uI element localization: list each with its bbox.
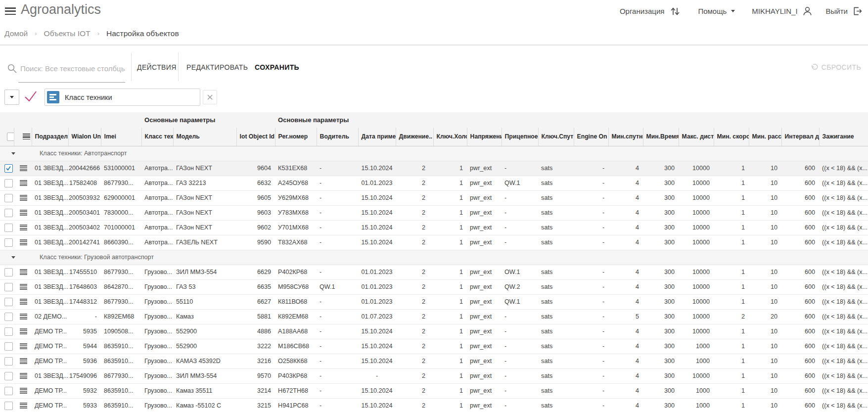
cell-zazhiganie[interactable]: ((x < 18) && (x... — [819, 279, 868, 294]
cell-wialon_unit[interactable]: 5936 — [68, 354, 101, 368]
filter-dropdown-button[interactable] — [4, 90, 19, 105]
cell-interval[interactable]: 600 — [781, 383, 819, 398]
row-select-cell[interactable] — [0, 383, 14, 398]
row-checkbox[interactable] — [4, 342, 13, 351]
cell-reg_nomer[interactable]: О258КК68 — [275, 354, 317, 368]
cell-klyuch_sputnik[interactable]: sats — [538, 235, 574, 250]
user-menu[interactable]: MIKHAYLIN_I — [752, 7, 797, 15]
cell-dvizhenie[interactable]: 2 — [396, 309, 433, 324]
cell-imei[interactable]: 7830000... — [101, 205, 141, 220]
cell-data_primeneniya[interactable]: 01.01.2023 — [358, 294, 396, 309]
cell-wialon_unit[interactable]: 200503402 — [68, 220, 101, 235]
cell-maks_distanciya[interactable]: 1000 — [679, 354, 714, 368]
cell-interval[interactable]: 600 — [781, 309, 819, 324]
cell-maks_distanciya[interactable]: 1000 — [679, 383, 714, 398]
row-select-cell[interactable] — [0, 339, 14, 354]
cell-klyuch_holostoy[interactable]: 1 — [433, 368, 467, 383]
column-header-data_primeneniya[interactable]: Дата примен — [358, 128, 396, 146]
cell-klyuch_sputnik[interactable]: sats — [538, 354, 574, 368]
cell-klyuch_holostoy[interactable]: 1 — [433, 235, 467, 250]
cell-podrazdelenie[interactable]: ДЕМО ТР... — [32, 339, 68, 354]
cell-engine_on[interactable]: - — [574, 368, 608, 383]
column-header-engine_on[interactable]: Engine On N — [574, 128, 608, 146]
edit-button[interactable]: РЕДАКТИРОВАТЬ — [186, 46, 248, 89]
cell-data_primeneniya[interactable]: 15.10.2024 — [358, 190, 396, 205]
cell-reg_nomer[interactable]: М186СВ68 — [275, 339, 317, 354]
cell-imei[interactable]: 8635910... — [101, 354, 141, 368]
cell-min_skorost[interactable]: 2 — [714, 309, 749, 324]
cell-min_sputniki[interactable]: 4 — [608, 354, 643, 368]
cell-engine_on[interactable]: - — [574, 176, 608, 190]
row-menu-cell[interactable] — [14, 398, 32, 412]
column-header-imei[interactable]: Imei — [101, 128, 141, 146]
cell-reg_nomer[interactable]: А188АА68 — [275, 324, 317, 339]
cell-min_vremya[interactable]: 300 — [643, 339, 679, 354]
cell-wialon_unit[interactable]: 5944 — [68, 339, 101, 354]
cell-imei[interactable]: 701000001 — [101, 220, 141, 235]
row-menu-cell[interactable] — [14, 339, 32, 354]
cell-maks_distanciya[interactable]: 10000 — [679, 205, 714, 220]
cell-maks_distanciya[interactable]: 10000 — [679, 220, 714, 235]
cell-data_primeneniya[interactable]: 01.01.2023 — [358, 265, 396, 279]
cell-min_skorost[interactable]: 1 — [714, 161, 749, 176]
cell-dvizhenie[interactable]: 2 — [396, 220, 433, 235]
row-checkbox[interactable] — [4, 224, 13, 232]
cell-klass_tehniki[interactable]: Грузово... — [141, 309, 173, 324]
cell-napryazhenie[interactable]: pwr_ext — [467, 176, 502, 190]
row-select-cell[interactable] — [0, 309, 14, 324]
row-select-cell[interactable] — [0, 324, 14, 339]
cell-podrazdelenie[interactable]: ДЕМО ТР... — [32, 324, 68, 339]
cell-interval[interactable]: 600 — [781, 368, 819, 383]
cell-model[interactable]: 55110 — [173, 294, 236, 309]
cell-zazhiganie[interactable]: ((x < 18) && (x... — [819, 161, 868, 176]
cell-model[interactable]: ГАЗ 53 — [173, 279, 236, 294]
filter-enabled-check-icon[interactable] — [23, 90, 39, 103]
cell-wialon_unit[interactable]: 5932 — [68, 383, 101, 398]
cell-imei[interactable]: 8635910... — [101, 398, 141, 412]
breadcrumb-home[interactable]: Домой — [4, 29, 28, 38]
cell-maks_distanciya[interactable]: 1000 — [679, 339, 714, 354]
cell-voditel[interactable]: - — [317, 339, 358, 354]
actions-button[interactable]: ДЕЙСТВИЯ — [137, 46, 177, 89]
column-header-podrazdelenie[interactable]: Подраздел — [32, 128, 68, 146]
cell-zazhiganie[interactable]: ((x < 18) && (x... — [819, 190, 868, 205]
cell-engine_on[interactable]: - — [574, 309, 608, 324]
row-select-cell[interactable] — [0, 265, 14, 279]
cell-reg_nomer[interactable]: Н941РС68 — [275, 398, 317, 412]
cell-data_primeneniya[interactable]: 15.10.2024 — [358, 235, 396, 250]
cell-wialon_unit[interactable]: 200442666 — [68, 161, 101, 176]
cell-reg_nomer[interactable]: К811ВО68 — [275, 294, 317, 309]
cell-min_rasstoyanie[interactable]: 10 — [749, 161, 781, 176]
cell-wialon_unit[interactable]: 17648603 — [68, 279, 101, 294]
cell-klyuch_sputnik[interactable]: sats — [538, 368, 574, 383]
cell-klass_tehniki[interactable]: Грузово... — [141, 279, 173, 294]
cell-min_vremya[interactable]: 300 — [643, 279, 679, 294]
cell-min_skorost[interactable]: 1 — [714, 368, 749, 383]
cell-zazhiganie[interactable]: ((x < 18) && (x... — [819, 354, 868, 368]
cell-pricepnoe[interactable]: - — [502, 205, 538, 220]
cell-pricepnoe[interactable]: QW.1 — [502, 176, 538, 190]
cell-klass_tehniki[interactable]: Автотра... — [141, 190, 173, 205]
cell-min_vremya[interactable]: 300 — [643, 265, 679, 279]
cell-maks_distanciya[interactable]: 10000 — [679, 309, 714, 324]
group-row[interactable]: Класс техники: Грузовой автотранспорт — [0, 250, 868, 265]
cell-voditel[interactable]: - — [317, 161, 358, 176]
cell-wialon_unit[interactable]: 17582408 — [68, 176, 101, 190]
cell-min_rasstoyanie[interactable]: 10 — [749, 398, 781, 412]
row-menu-cell[interactable] — [14, 383, 32, 398]
cell-min_sputniki[interactable]: 4 — [608, 324, 643, 339]
row-checkbox[interactable] — [4, 179, 13, 187]
cell-imei[interactable]: 8635910... — [101, 383, 141, 398]
cell-klyuch_holostoy[interactable]: 1 — [433, 161, 467, 176]
cell-min_vremya[interactable]: 300 — [643, 294, 679, 309]
row-menu-cell[interactable] — [14, 309, 32, 324]
cell-iot_object_id[interactable]: 3222 — [236, 339, 275, 354]
cell-min_skorost[interactable]: 1 — [714, 339, 749, 354]
row-select-cell[interactable] — [0, 220, 14, 235]
cell-min_sputniki[interactable]: 4 — [608, 190, 643, 205]
cell-klass_tehniki[interactable]: Грузово... — [141, 368, 173, 383]
cell-min_sputniki[interactable]: 4 — [608, 294, 643, 309]
cell-min_rasstoyanie[interactable]: 10 — [749, 265, 781, 279]
cell-min_sputniki[interactable]: 4 — [608, 383, 643, 398]
cell-model[interactable]: ГАЗ 32213 — [173, 176, 236, 190]
